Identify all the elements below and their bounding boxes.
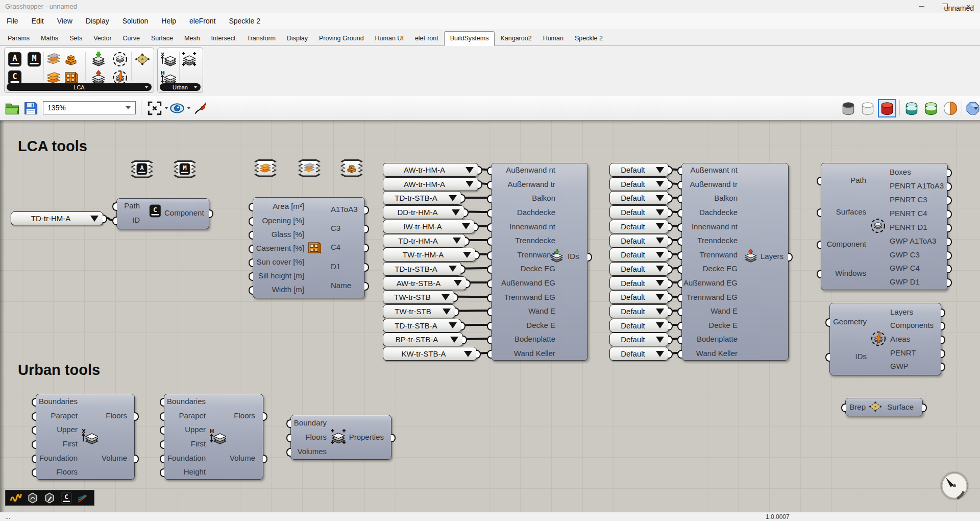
tab-maths[interactable]: Maths: [35, 32, 64, 45]
value-list[interactable]: AW-tr-STB-A: [383, 276, 467, 290]
value-list[interactable]: TW-tr-STB: [383, 290, 454, 304]
input-port[interactable]: [487, 251, 492, 260]
input-port[interactable]: [677, 195, 682, 203]
tab-mesh[interactable]: Mesh: [179, 32, 206, 45]
preview-eye-button[interactable]: [169, 101, 185, 116]
input-port[interactable]: [677, 350, 682, 359]
value-list[interactable]: TD-tr-STB-A: [383, 191, 461, 205]
input-port[interactable]: [841, 404, 846, 412]
dropdown-triangle-icon[interactable]: [443, 309, 451, 315]
dart-icon[interactable]: [77, 492, 89, 504]
dropdown-triangle-icon[interactable]: [452, 209, 460, 216]
dropdown-triangle-icon[interactable]: [449, 322, 457, 328]
input-port[interactable]: [32, 455, 36, 463]
value-list[interactable]: TW-tr-STB: [383, 304, 455, 318]
mesh-plane-button[interactable]: [134, 51, 151, 67]
layers-light-button[interactable]: [45, 51, 62, 67]
input-port[interactable]: [487, 336, 492, 344]
input-port[interactable]: [112, 217, 117, 225]
input-port[interactable]: [32, 440, 36, 449]
input-port[interactable]: [487, 307, 492, 316]
tab-transform[interactable]: Transform: [241, 32, 282, 45]
value-list[interactable]: TD-tr-HM-A: [383, 234, 465, 248]
menu-display[interactable]: Display: [79, 17, 116, 25]
tab-surface[interactable]: Surface: [145, 32, 179, 45]
value-list[interactable]: KW-tr-STB-A: [383, 347, 477, 361]
zoom-combo[interactable]: 135%: [43, 101, 136, 114]
input-port[interactable]: [249, 245, 253, 253]
dropdown-triangle-icon[interactable]: [442, 294, 450, 300]
input-port[interactable]: [32, 398, 36, 407]
stack-orbit-button[interactable]: [112, 51, 128, 67]
value-list[interactable]: AW-tr-HM-A: [383, 177, 478, 191]
input-port[interactable]: [825, 353, 830, 362]
preview-wire-button[interactable]: [840, 100, 856, 116]
input-port[interactable]: [487, 223, 492, 232]
tab-human-ui[interactable]: Human UI: [370, 32, 409, 45]
input-port[interactable]: [487, 209, 492, 218]
hex-draw-icon[interactable]: [27, 492, 39, 504]
tab-curve[interactable]: Curve: [117, 32, 145, 45]
input-port[interactable]: [160, 398, 164, 407]
preview-selected-button[interactable]: [923, 100, 939, 116]
input-port[interactable]: [112, 202, 117, 211]
input-port[interactable]: [487, 279, 492, 288]
menu-view[interactable]: View: [51, 17, 79, 25]
input-port[interactable]: [286, 448, 291, 457]
tab-human[interactable]: Human: [537, 32, 569, 45]
squiggle-icon[interactable]: [10, 492, 22, 504]
input-port[interactable]: [249, 203, 253, 211]
preview-on-button[interactable]: [903, 100, 920, 116]
input-port[interactable]: [160, 440, 164, 449]
menu-help[interactable]: Help: [155, 17, 183, 25]
sketch-pen-button[interactable]: [193, 101, 208, 116]
input-port[interactable]: [825, 318, 830, 327]
canvas-widget-toolbar[interactable]: C: [5, 490, 94, 506]
value-list[interactable]: TD-tr-STB-A: [383, 319, 461, 333]
save-disk-button[interactable]: [22, 100, 39, 116]
book-a-button[interactable]: A: [7, 51, 23, 67]
input-port[interactable]: [677, 307, 682, 316]
value-list[interactable]: TD-tr-STB-A: [383, 262, 461, 276]
c-script-icon[interactable]: C: [60, 492, 72, 504]
stack-x-button[interactable]: X: [160, 51, 177, 67]
input-port[interactable]: [677, 279, 682, 288]
layers-collector-component[interactable]: [681, 163, 789, 361]
input-port[interactable]: [249, 286, 253, 295]
ids-collector-component[interactable]: [491, 163, 588, 361]
stack-select-button[interactable]: [181, 51, 198, 67]
menu-solution[interactable]: Solution: [116, 17, 155, 25]
input-port[interactable]: [160, 455, 164, 463]
input-port[interactable]: [286, 434, 291, 442]
zoom-extents-button[interactable]: [147, 101, 162, 116]
input-port[interactable]: [487, 350, 492, 359]
compass-widget[interactable]: [940, 471, 969, 501]
chevron-down-icon[interactable]: [974, 107, 978, 110]
preview-ghost-button[interactable]: [860, 100, 876, 116]
tab-params[interactable]: Params: [2, 32, 35, 45]
tab-proving-ground[interactable]: Proving Ground: [313, 32, 370, 45]
input-port[interactable]: [677, 294, 682, 302]
input-port[interactable]: [677, 223, 682, 232]
preview-half-button[interactable]: [942, 100, 959, 116]
input-port[interactable]: [677, 336, 682, 344]
menu-edit[interactable]: Edit: [25, 17, 51, 25]
dropdown-triangle-icon[interactable]: [449, 266, 457, 272]
tab-vector[interactable]: Vector: [88, 32, 117, 45]
dropdown-triangle-icon[interactable]: [454, 280, 462, 286]
tab-intersect[interactable]: Intersect: [206, 32, 241, 45]
input-port[interactable]: [487, 195, 492, 203]
menu-file[interactable]: File: [0, 17, 25, 25]
input-port[interactable]: [817, 208, 821, 217]
input-port[interactable]: [32, 468, 36, 477]
ribbon-group-label-urban[interactable]: Urban: [160, 83, 201, 91]
tab-buildsystems[interactable]: BuildSystems: [444, 31, 495, 46]
input-port[interactable]: [677, 237, 682, 246]
chevron-down-icon[interactable]: [187, 107, 191, 109]
input-port[interactable]: [677, 251, 682, 260]
preview-shaded-button[interactable]: [879, 100, 895, 116]
ribbon-group-label-lca[interactable]: LCA: [7, 83, 152, 91]
input-port[interactable]: [249, 217, 253, 226]
tab-sets[interactable]: Sets: [64, 32, 88, 45]
input-port[interactable]: [32, 412, 36, 421]
